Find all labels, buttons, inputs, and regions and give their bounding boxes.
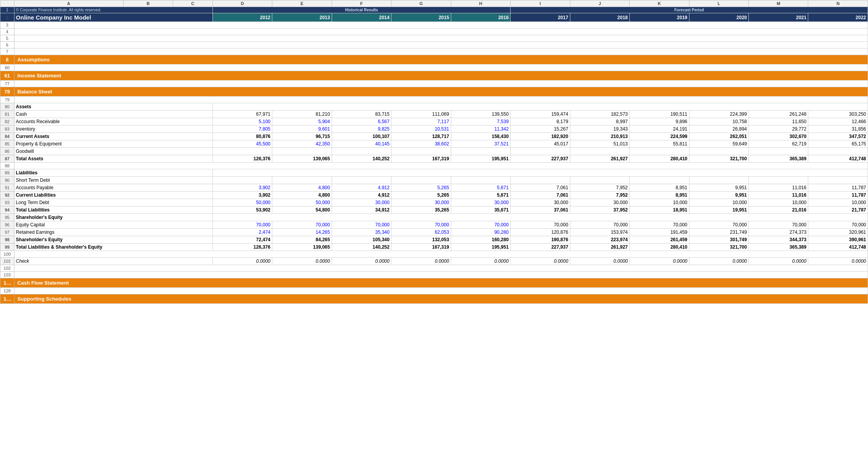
tlse-2018[interactable]: 261,927 — [570, 244, 629, 251]
cl-2018[interactable]: 7,952 — [570, 192, 629, 199]
cash-2012[interactable]: 67,971 — [213, 111, 272, 118]
ec-2014[interactable]: 70,000 — [332, 221, 391, 229]
se-2017[interactable]: 190,876 — [511, 236, 570, 244]
ltd-2018[interactable]: 30,000 — [570, 199, 629, 206]
ec-2021[interactable]: 70,000 — [748, 221, 808, 229]
cash-2016[interactable]: 139,550 — [451, 111, 510, 118]
inv-2012[interactable]: 7,805 — [213, 125, 272, 133]
col-header-h[interactable]: H — [451, 0, 510, 7]
se-2021[interactable]: 344,373 — [748, 236, 808, 244]
cash-2018[interactable]: 182,573 — [570, 111, 629, 118]
ec-2018[interactable]: 70,000 — [570, 221, 629, 229]
cl-2016[interactable]: 5,671 — [451, 192, 510, 199]
ar-2018[interactable]: 8,997 — [570, 118, 629, 125]
cl-2017[interactable]: 7,061 — [511, 192, 570, 199]
re-2022[interactable]: 320,961 — [808, 229, 868, 236]
col-header-m[interactable]: M — [748, 0, 808, 7]
ltd-2016[interactable]: 30,000 — [451, 199, 510, 206]
re-2015[interactable]: 62,053 — [391, 229, 451, 236]
ec-2015[interactable]: 70,000 — [391, 221, 451, 229]
re-2017[interactable]: 120,876 — [511, 229, 570, 236]
inv-2018[interactable]: 19,343 — [570, 125, 629, 133]
ar-2016[interactable]: 7,539 — [451, 118, 510, 125]
ltd-2020[interactable]: 10,000 — [689, 199, 748, 206]
re-2021[interactable]: 274,373 — [748, 229, 808, 236]
inv-2014[interactable]: 9,825 — [332, 125, 391, 133]
ca-2013[interactable]: 96,715 — [272, 133, 332, 140]
ap-2012[interactable]: 3,902 — [213, 184, 272, 192]
inv-2022[interactable]: 31,856 — [808, 125, 868, 133]
col-header-g[interactable]: G — [391, 0, 451, 7]
ar-2013[interactable]: 5,904 — [272, 118, 332, 125]
ec-2020[interactable]: 70,000 — [689, 221, 748, 229]
ap-2022[interactable]: 11,787 — [808, 184, 868, 192]
ca-2022[interactable]: 347,572 — [808, 133, 868, 140]
ppe-2015[interactable]: 38,602 — [391, 140, 451, 148]
ca-2017[interactable]: 182,920 — [511, 133, 570, 140]
se-2022[interactable]: 390,961 — [808, 236, 868, 244]
ppe-2016[interactable]: 37,521 — [451, 140, 510, 148]
ta-2022[interactable]: 412,748 — [808, 155, 868, 163]
cash-2013[interactable]: 81,210 — [272, 111, 332, 118]
tl-2013[interactable]: 54,800 — [272, 206, 332, 214]
se-2014[interactable]: 105,340 — [332, 236, 391, 244]
inv-2020[interactable]: 26,894 — [689, 125, 748, 133]
ap-2019[interactable]: 8,951 — [630, 184, 689, 192]
ar-2020[interactable]: 10,758 — [689, 118, 748, 125]
ta-2015[interactable]: 167,319 — [391, 155, 451, 163]
se-2019[interactable]: 261,459 — [630, 236, 689, 244]
ca-2015[interactable]: 128,717 — [391, 133, 451, 140]
cl-2013[interactable]: 4,800 — [272, 192, 332, 199]
col-header-b[interactable]: B — [123, 0, 173, 7]
tl-2018[interactable]: 37,952 — [570, 206, 629, 214]
se-2015[interactable]: 132,053 — [391, 236, 451, 244]
ca-2021[interactable]: 302,670 — [748, 133, 808, 140]
tl-2014[interactable]: 34,912 — [332, 206, 391, 214]
ta-2017[interactable]: 227,937 — [511, 155, 570, 163]
ap-2013[interactable]: 4,800 — [272, 184, 332, 192]
ec-2019[interactable]: 70,000 — [630, 221, 689, 229]
inv-2016[interactable]: 11,342 — [451, 125, 510, 133]
ltd-2014[interactable]: 30,000 — [332, 199, 391, 206]
col-header-f[interactable]: F — [332, 0, 391, 7]
cash-2020[interactable]: 224,399 — [689, 111, 748, 118]
tl-2016[interactable]: 35,671 — [451, 206, 510, 214]
ltd-2019[interactable]: 10,000 — [630, 199, 689, 206]
cash-2017[interactable]: 159,474 — [511, 111, 570, 118]
inv-2013[interactable]: 9,601 — [272, 125, 332, 133]
ppe-2021[interactable]: 62,719 — [748, 140, 808, 148]
ppe-2022[interactable]: 65,175 — [808, 140, 868, 148]
ltd-2012[interactable]: 50,000 — [213, 199, 272, 206]
ppe-2014[interactable]: 40,145 — [332, 140, 391, 148]
col-header-j[interactable]: J — [570, 0, 629, 7]
tlse-2013[interactable]: 139,065 — [272, 244, 332, 251]
ppe-2017[interactable]: 45,017 — [511, 140, 570, 148]
inv-2019[interactable]: 24,191 — [630, 125, 689, 133]
ca-2012[interactable]: 80,876 — [213, 133, 272, 140]
ap-2021[interactable]: 11,016 — [748, 184, 808, 192]
cl-2012[interactable]: 3,902 — [213, 192, 272, 199]
tlse-2017[interactable]: 227,937 — [511, 244, 570, 251]
ca-2016[interactable]: 158,430 — [451, 133, 510, 140]
ta-2012[interactable]: 126,376 — [213, 155, 272, 163]
ec-2013[interactable]: 70,000 — [272, 221, 332, 229]
cash-2021[interactable]: 261,248 — [748, 111, 808, 118]
ta-2014[interactable]: 140,252 — [332, 155, 391, 163]
se-2016[interactable]: 160,280 — [451, 236, 510, 244]
re-2013[interactable]: 14,265 — [272, 229, 332, 236]
re-2018[interactable]: 153,974 — [570, 229, 629, 236]
ar-2017[interactable]: 8,179 — [511, 118, 570, 125]
re-2019[interactable]: 191,459 — [630, 229, 689, 236]
cl-2022[interactable]: 11,787 — [808, 192, 868, 199]
col-header-i[interactable]: I — [511, 0, 570, 7]
cl-2014[interactable]: 4,912 — [332, 192, 391, 199]
cl-2021[interactable]: 11,016 — [748, 192, 808, 199]
ta-2019[interactable]: 280,410 — [630, 155, 689, 163]
tlse-2020[interactable]: 321,700 — [689, 244, 748, 251]
col-header-a[interactable]: A — [14, 0, 123, 7]
col-header-n[interactable]: N — [808, 0, 868, 7]
ap-2017[interactable]: 7,061 — [511, 184, 570, 192]
re-2016[interactable]: 90,280 — [451, 229, 510, 236]
ap-2018[interactable]: 7,952 — [570, 184, 629, 192]
inv-2017[interactable]: 15,267 — [511, 125, 570, 133]
